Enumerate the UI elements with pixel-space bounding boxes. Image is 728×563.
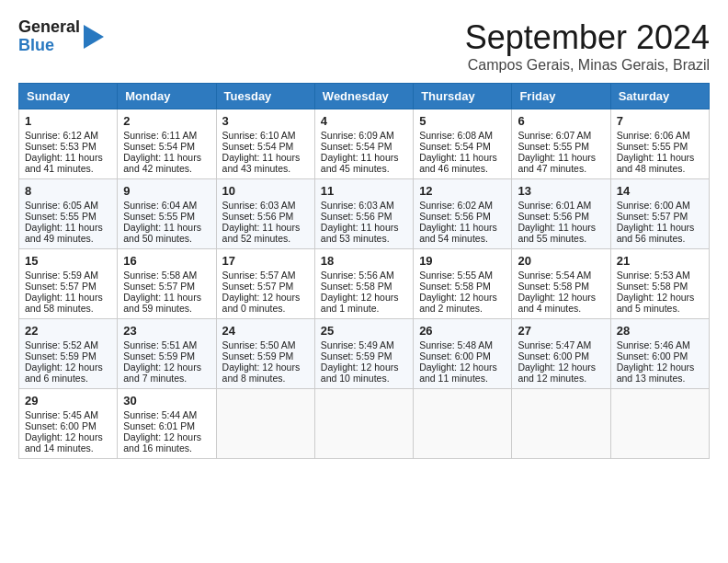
table-row xyxy=(216,389,314,459)
sunset-text: Sunset: 5:57 PM xyxy=(617,211,703,222)
sunrise-text: Sunrise: 6:03 AM xyxy=(321,200,407,211)
sunset-text: Sunset: 5:53 PM xyxy=(25,141,111,152)
sunset-text: Sunset: 5:59 PM xyxy=(222,350,309,362)
table-row: 14Sunrise: 6:00 AMSunset: 5:57 PMDayligh… xyxy=(610,179,709,249)
daylight-text: Daylight: 12 hours and 7 minutes. xyxy=(123,362,210,384)
day-number: 16 xyxy=(123,254,210,268)
sunrise-text: Sunrise: 5:48 AM xyxy=(419,339,506,350)
day-number: 28 xyxy=(617,324,703,338)
sunset-text: Sunset: 5:59 PM xyxy=(123,350,210,362)
header-wednesday: Wednesday xyxy=(314,84,413,109)
sunrise-text: Sunrise: 5:44 AM xyxy=(123,409,210,420)
sunrise-text: Sunrise: 6:10 AM xyxy=(222,130,309,141)
sunrise-text: Sunrise: 6:09 AM xyxy=(321,130,407,141)
daylight-text: Daylight: 12 hours and 8 minutes. xyxy=(222,362,309,384)
day-number: 26 xyxy=(419,324,506,338)
calendar-header-row: Sunday Monday Tuesday Wednesday Thursday… xyxy=(19,84,710,109)
day-number: 2 xyxy=(123,114,210,128)
table-row xyxy=(610,389,709,459)
sunset-text: Sunset: 5:59 PM xyxy=(25,350,111,362)
table-row xyxy=(414,389,512,459)
table-row: 19Sunrise: 5:55 AMSunset: 5:58 PMDayligh… xyxy=(414,249,512,319)
table-row: 12Sunrise: 6:02 AMSunset: 5:56 PMDayligh… xyxy=(414,179,512,249)
sunrise-text: Sunrise: 5:47 AM xyxy=(518,339,604,350)
day-number: 6 xyxy=(518,114,604,128)
table-row: 29Sunrise: 5:45 AMSunset: 6:00 PMDayligh… xyxy=(19,389,118,459)
daylight-text: Daylight: 11 hours and 55 minutes. xyxy=(518,222,604,244)
daylight-text: Daylight: 12 hours and 16 minutes. xyxy=(123,431,210,454)
sunrise-text: Sunrise: 6:07 AM xyxy=(518,130,604,141)
table-row: 10Sunrise: 6:03 AMSunset: 5:56 PMDayligh… xyxy=(216,179,314,249)
daylight-text: Daylight: 11 hours and 56 minutes. xyxy=(617,222,703,244)
table-row: 13Sunrise: 6:01 AMSunset: 5:56 PMDayligh… xyxy=(512,179,610,249)
logo-blue-text: Blue xyxy=(18,37,80,55)
sunset-text: Sunset: 5:54 PM xyxy=(222,141,309,152)
daylight-text: Daylight: 12 hours and 11 minutes. xyxy=(419,362,506,384)
day-number: 8 xyxy=(25,184,111,198)
day-number: 12 xyxy=(419,184,506,198)
daylight-text: Daylight: 11 hours and 52 minutes. xyxy=(222,222,309,244)
daylight-text: Daylight: 11 hours and 47 minutes. xyxy=(518,152,604,174)
sunset-text: Sunset: 5:54 PM xyxy=(123,141,210,152)
svg-marker-0 xyxy=(84,25,104,49)
day-number: 23 xyxy=(123,324,210,338)
table-row: 11Sunrise: 6:03 AMSunset: 5:56 PMDayligh… xyxy=(314,179,413,249)
day-number: 17 xyxy=(222,254,309,268)
sunrise-text: Sunrise: 5:53 AM xyxy=(617,270,703,281)
sunset-text: Sunset: 5:58 PM xyxy=(617,281,703,292)
sunset-text: Sunset: 5:56 PM xyxy=(518,211,604,222)
logo-icon xyxy=(84,25,104,49)
sunrise-text: Sunrise: 5:58 AM xyxy=(123,270,210,281)
sunset-text: Sunset: 6:00 PM xyxy=(25,420,111,431)
day-number: 13 xyxy=(518,184,604,198)
daylight-text: Daylight: 12 hours and 6 minutes. xyxy=(25,362,111,384)
sunrise-text: Sunrise: 6:04 AM xyxy=(123,200,210,211)
sunset-text: Sunset: 5:55 PM xyxy=(25,211,111,222)
title-area: September 2024 Campos Gerais, Minas Gera… xyxy=(465,18,710,74)
sunset-text: Sunset: 5:54 PM xyxy=(321,141,407,152)
sunrise-text: Sunrise: 5:55 AM xyxy=(419,270,506,281)
sunset-text: Sunset: 5:58 PM xyxy=(419,281,506,292)
daylight-text: Daylight: 12 hours and 0 minutes. xyxy=(222,292,309,314)
sunset-text: Sunset: 5:55 PM xyxy=(123,211,210,222)
sunset-text: Sunset: 5:55 PM xyxy=(518,141,604,152)
daylight-text: Daylight: 12 hours and 14 minutes. xyxy=(25,431,111,454)
table-row: 7Sunrise: 6:06 AMSunset: 5:55 PMDaylight… xyxy=(610,109,709,179)
day-number: 22 xyxy=(25,324,111,338)
day-number: 9 xyxy=(123,184,210,198)
sunrise-text: Sunrise: 5:49 AM xyxy=(321,339,407,350)
day-number: 1 xyxy=(25,114,111,128)
table-row: 16Sunrise: 5:58 AMSunset: 5:57 PMDayligh… xyxy=(118,249,216,319)
table-row: 2Sunrise: 6:11 AMSunset: 5:54 PMDaylight… xyxy=(118,109,216,179)
table-row: 20Sunrise: 5:54 AMSunset: 5:58 PMDayligh… xyxy=(512,249,610,319)
daylight-text: Daylight: 11 hours and 54 minutes. xyxy=(419,222,506,244)
day-number: 29 xyxy=(25,394,111,408)
calendar-week-row: 1Sunrise: 6:12 AMSunset: 5:53 PMDaylight… xyxy=(19,109,710,179)
table-row: 24Sunrise: 5:50 AMSunset: 5:59 PMDayligh… xyxy=(216,319,314,389)
sunset-text: Sunset: 5:57 PM xyxy=(25,281,111,292)
day-number: 25 xyxy=(321,324,407,338)
table-row: 3Sunrise: 6:10 AMSunset: 5:54 PMDaylight… xyxy=(216,109,314,179)
table-row: 4Sunrise: 6:09 AMSunset: 5:54 PMDaylight… xyxy=(314,109,413,179)
daylight-text: Daylight: 11 hours and 49 minutes. xyxy=(25,222,111,244)
table-row xyxy=(512,389,610,459)
table-row: 6Sunrise: 6:07 AMSunset: 5:55 PMDaylight… xyxy=(512,109,610,179)
daylight-text: Daylight: 12 hours and 5 minutes. xyxy=(617,292,703,314)
sunrise-text: Sunrise: 6:06 AM xyxy=(617,130,703,141)
logo-general-text: General xyxy=(18,18,80,37)
calendar-week-row: 8Sunrise: 6:05 AMSunset: 5:55 PMDaylight… xyxy=(19,179,710,249)
calendar-week-row: 15Sunrise: 5:59 AMSunset: 5:57 PMDayligh… xyxy=(19,249,710,319)
daylight-text: Daylight: 11 hours and 48 minutes. xyxy=(617,152,703,174)
sunrise-text: Sunrise: 5:45 AM xyxy=(25,409,111,420)
table-row: 26Sunrise: 5:48 AMSunset: 6:00 PMDayligh… xyxy=(414,319,512,389)
table-row: 18Sunrise: 5:56 AMSunset: 5:58 PMDayligh… xyxy=(314,249,413,319)
day-number: 30 xyxy=(123,394,210,408)
sunrise-text: Sunrise: 5:51 AM xyxy=(123,339,210,350)
location-title: Campos Gerais, Minas Gerais, Brazil xyxy=(465,57,710,74)
header-tuesday: Tuesday xyxy=(216,84,314,109)
sunrise-text: Sunrise: 6:08 AM xyxy=(419,130,506,141)
table-row: 30Sunrise: 5:44 AMSunset: 6:01 PMDayligh… xyxy=(118,389,216,459)
day-number: 20 xyxy=(518,254,604,268)
sunset-text: Sunset: 5:58 PM xyxy=(321,281,407,292)
daylight-text: Daylight: 11 hours and 53 minutes. xyxy=(321,222,407,244)
